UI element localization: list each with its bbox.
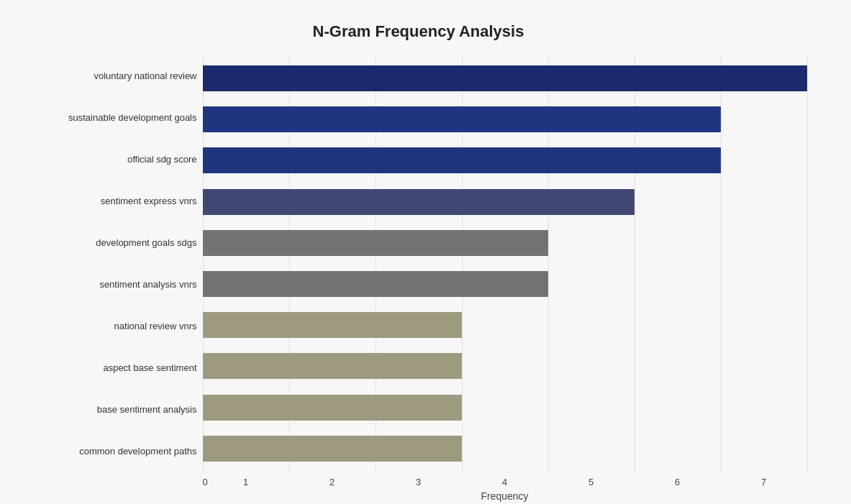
x-tick: 1: [203, 477, 289, 487]
bar: [203, 353, 462, 379]
chart-area: voluntary national reviewsustainable dev…: [30, 55, 807, 472]
y-axis-label: base sentiment analysis: [97, 391, 197, 429]
bar: [203, 230, 548, 256]
bar: [203, 106, 721, 132]
y-axis-label: national review vnrs: [114, 308, 197, 345]
bar-row: [203, 434, 807, 463]
bar-row: [203, 311, 807, 339]
x-axis: 01234567: [203, 477, 807, 487]
x-tick: 6: [634, 477, 721, 487]
x-tick: 4: [462, 477, 548, 487]
bar-row: [203, 105, 807, 134]
bar: [203, 436, 462, 462]
bar: [203, 147, 721, 173]
bar: [203, 312, 462, 338]
x-tick: 7: [721, 477, 807, 487]
bars-wrapper: [203, 55, 807, 472]
y-axis-label: sentiment analysis vnrs: [99, 266, 196, 303]
bar: [203, 271, 548, 297]
bar-row: [203, 229, 807, 257]
bar-row: [203, 393, 807, 422]
y-axis-label: development goals sdgs: [96, 224, 196, 262]
x-tick: 2: [289, 477, 376, 487]
y-axis-label: sustainable development goals: [68, 99, 197, 137]
bottom-section: 01234567 Frequency: [203, 477, 807, 502]
y-axis-labels: voluntary national reviewsustainable dev…: [30, 55, 203, 472]
grid-and-bars: [203, 55, 807, 472]
bar-row: [203, 188, 807, 216]
y-axis-label: sentiment express vnrs: [101, 183, 197, 220]
bar: [203, 395, 462, 421]
bar: [203, 65, 807, 91]
y-axis-label: common development paths: [79, 433, 196, 470]
x-tick: 5: [548, 477, 634, 487]
grid-line: [807, 55, 808, 472]
y-axis-label: aspect base sentiment: [103, 349, 196, 387]
chart-title: N-Gram Frequency Analysis: [30, 22, 807, 41]
bar-row: [203, 270, 807, 298]
bar-row: [203, 352, 807, 380]
x-tick: 3: [376, 477, 462, 487]
bar: [203, 189, 634, 215]
y-axis-label: voluntary national review: [94, 58, 196, 95]
bars-and-grid: [203, 55, 807, 472]
bar-row: [203, 64, 807, 93]
chart-container: N-Gram Frequency Analysis voluntary nati…: [16, 8, 836, 497]
y-axis-label: official sdg score: [127, 141, 197, 178]
bar-row: [203, 146, 807, 175]
x-axis-label: Frequency: [203, 490, 807, 502]
